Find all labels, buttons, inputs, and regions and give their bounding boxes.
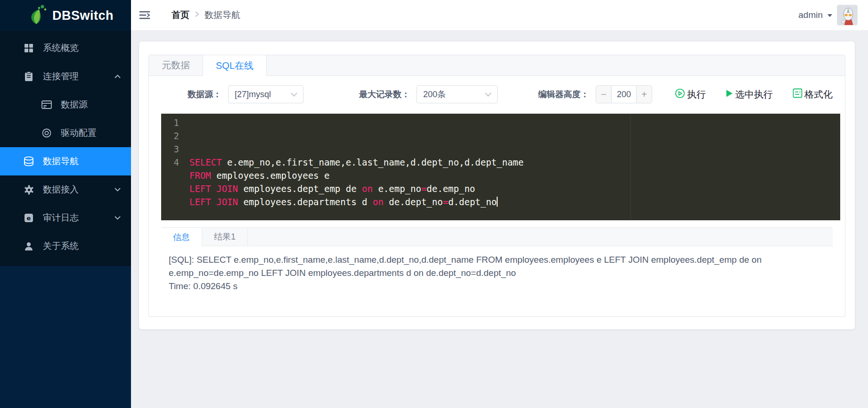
user-icon bbox=[24, 241, 34, 251]
run-button[interactable]: 执行 bbox=[675, 88, 706, 101]
user-menu[interactable]: admin bbox=[798, 5, 858, 25]
line-number: 3 bbox=[161, 142, 179, 156]
tab-result-1[interactable]: 结果1 bbox=[202, 228, 248, 246]
datasource-label: 数据源： bbox=[188, 89, 221, 100]
stepper-decrease-button[interactable]: − bbox=[596, 86, 612, 103]
gear-icon bbox=[24, 184, 34, 195]
sidebar-item-label: 系统概览 bbox=[43, 42, 79, 54]
tab-metadata[interactable]: 元数据 bbox=[149, 55, 203, 75]
sidebar-item-datasource[interactable]: 数据源 bbox=[0, 91, 131, 119]
sidebar: DBSwitch 系统概览连接管理数据源驱动配置数据导航数据接入e审计日志关于系… bbox=[0, 0, 131, 408]
stepper-increase-button[interactable]: + bbox=[636, 86, 652, 103]
chevron-down-icon bbox=[485, 90, 491, 99]
sql-panel: 元数据 SQL在线 数据源： [27]mysql bbox=[148, 55, 845, 317]
sidebar-item-data-navigation[interactable]: 数据导航 bbox=[0, 147, 131, 175]
sidebar-item-connection-management[interactable]: 连接管理 bbox=[0, 62, 131, 91]
editor-line-numbers: 1234 bbox=[161, 114, 184, 220]
line-number: 4 bbox=[161, 156, 179, 169]
max-records-value: 200条 bbox=[423, 89, 485, 100]
sidebar-item-label: 数据导航 bbox=[43, 155, 79, 167]
sidebar-item-label: 连接管理 bbox=[43, 70, 79, 83]
breadcrumb-current: 数据导航 bbox=[205, 9, 240, 21]
editor-line: LEFT JOIN employees.departments d on de.… bbox=[189, 195, 840, 208]
disc-icon bbox=[41, 128, 52, 138]
datasource-value: [27]mysql bbox=[235, 90, 291, 100]
chevron-up-icon bbox=[115, 75, 121, 78]
page-content: 元数据 SQL在线 数据源： [27]mysql bbox=[131, 31, 868, 408]
tab-sql-online[interactable]: SQL在线 bbox=[203, 55, 267, 76]
audit-icon: e bbox=[24, 213, 34, 223]
top-header: 首页 数据导航 admin bbox=[131, 0, 868, 31]
username: admin bbox=[798, 10, 823, 20]
text-cursor bbox=[497, 197, 498, 207]
sidebar-item-driver-config[interactable]: 驱动配置 bbox=[0, 119, 131, 147]
database-icon bbox=[24, 156, 34, 167]
datasource-select[interactable]: [27]mysql bbox=[228, 85, 303, 103]
app-name: DBSwitch bbox=[52, 8, 114, 23]
result-tabs: 信息 结果1 bbox=[161, 227, 833, 246]
chevron-down-icon bbox=[115, 188, 121, 192]
editor-line: SELECT e.emp_no,e.first_name,e.last_name… bbox=[189, 156, 840, 169]
max-records-label: 最大记录数： bbox=[359, 89, 410, 100]
action-buttons: 执行 选中执行 bbox=[675, 88, 833, 101]
line-number: 1 bbox=[161, 116, 179, 129]
user-avatar[interactable] bbox=[837, 5, 858, 25]
sql-message: [SQL]: SELECT e.emp_no,e.first_name,e.la… bbox=[169, 253, 825, 280]
print-margin-line bbox=[631, 114, 631, 220]
breadcrumb-home[interactable]: 首页 bbox=[172, 9, 189, 21]
svg-text:e: e bbox=[27, 215, 31, 222]
format-button[interactable]: 格式化 bbox=[793, 88, 833, 101]
chevron-down-icon bbox=[291, 90, 297, 99]
run-selected-button[interactable]: 选中执行 bbox=[726, 88, 773, 101]
max-records-select[interactable]: 200条 bbox=[417, 85, 498, 103]
editor-height-stepper: − + bbox=[596, 85, 652, 103]
run-circle-play-icon bbox=[675, 88, 685, 101]
server-card-icon bbox=[41, 100, 52, 110]
leaf-logo-icon bbox=[26, 4, 47, 27]
sql-code-editor[interactable]: 1234 SELECT e.emp_no,e.first_name,e.last… bbox=[161, 114, 840, 220]
line-number: 2 bbox=[161, 129, 179, 142]
chevron-down-icon bbox=[115, 216, 121, 220]
caret-down-icon bbox=[827, 11, 833, 19]
sidebar-item-label: 审计日志 bbox=[43, 212, 79, 224]
format-document-icon bbox=[793, 88, 802, 100]
sidebar-item-label: 数据接入 bbox=[43, 183, 79, 196]
content-card: 元数据 SQL在线 数据源： [27]mysql bbox=[139, 42, 855, 329]
app-logo: DBSwitch bbox=[0, 0, 131, 31]
main-tabs: 元数据 SQL在线 bbox=[149, 55, 845, 76]
sidebar-item-label: 数据源 bbox=[61, 99, 88, 111]
sql-tab-body: 数据源： [27]mysql 最大记录数： 200条 bbox=[149, 76, 845, 316]
play-triangle-icon bbox=[726, 89, 733, 100]
sidebar-menu: 系统概览连接管理数据源驱动配置数据导航数据接入e审计日志关于系统 bbox=[0, 31, 131, 266]
grid-icon bbox=[24, 43, 34, 53]
editor-height-input[interactable] bbox=[612, 86, 636, 103]
editor-line: LEFT JOIN employees.dept_emp de on e.emp… bbox=[189, 182, 840, 195]
sidebar-item-audit-log[interactable]: e审计日志 bbox=[0, 204, 131, 232]
sidebar-item-about-system[interactable]: 关于系统 bbox=[0, 232, 131, 260]
sidebar-item-system-overview[interactable]: 系统概览 bbox=[0, 34, 131, 62]
sql-toolbar: 数据源： [27]mysql 最大记录数： 200条 bbox=[161, 85, 833, 103]
editor-line: FROM employees.employees e bbox=[189, 169, 840, 182]
execution-time: Time: 0.092645 s bbox=[169, 280, 825, 293]
sidebar-item-label: 关于系统 bbox=[43, 240, 79, 252]
sidebar-item-data-access[interactable]: 数据接入 bbox=[0, 175, 131, 204]
tab-info[interactable]: 信息 bbox=[161, 228, 202, 246]
sidebar-item-label: 驱动配置 bbox=[61, 127, 97, 139]
editor-height-label: 编辑器高度： bbox=[538, 89, 589, 100]
clipboard-icon bbox=[24, 71, 34, 82]
info-output: [SQL]: SELECT e.emp_no,e.first_name,e.la… bbox=[161, 246, 833, 316]
editor-code-area[interactable]: SELECT e.emp_no,e.first_name,e.last_name… bbox=[184, 114, 840, 220]
sidebar-fold-icon[interactable] bbox=[138, 8, 152, 22]
breadcrumb: 首页 数据导航 bbox=[172, 9, 240, 21]
breadcrumb-separator-icon bbox=[194, 11, 200, 19]
